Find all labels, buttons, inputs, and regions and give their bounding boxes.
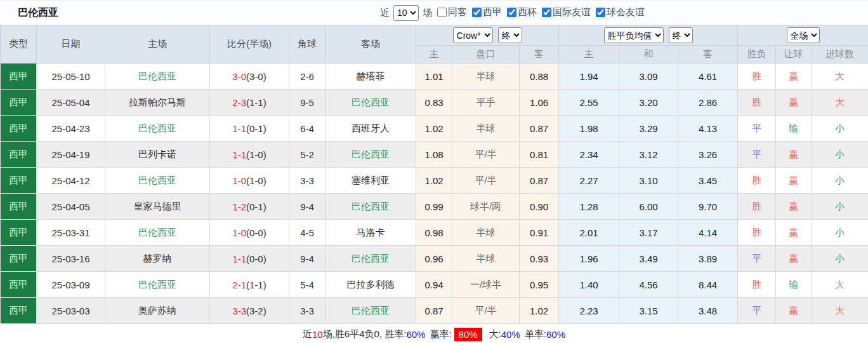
league-badge: 西甲 (1, 142, 37, 168)
outcome-cell: 平 (738, 298, 776, 324)
footer-win-rate: 60% (406, 329, 425, 340)
home-team-cell: 巴伦西亚 (105, 272, 210, 298)
match-history-table: 类型 日期 主场 比分(半场) 角球 客场 Crow* 终 (0, 25, 868, 324)
bookmaker-select[interactable]: Crow* (453, 27, 493, 43)
mean-draw-cell: 6.00 (619, 194, 678, 220)
goals-cell: 大 (812, 272, 868, 298)
odds-home-cell: 0.96 (416, 246, 452, 272)
date-cell: 25-03-16 (37, 246, 105, 272)
mean-home-cell: 1.94 (559, 64, 619, 90)
footer-single-rate: 60% (546, 329, 565, 340)
final-score: 2-1 (232, 279, 246, 290)
near-label: 近 (380, 7, 390, 19)
handicap-cell: 平/半 (452, 168, 520, 194)
odds-home-cell: 0.98 (416, 220, 452, 246)
home-team-cell: 巴伦西亚 (105, 64, 210, 90)
top-filter-bar: 巴伦西亚 近 10 场 同客西甲西杯国际友谊球会友谊 (0, 1, 868, 25)
subcol-mean-home: 主 (559, 46, 619, 64)
home-team-cell: 巴伦西亚 (105, 220, 210, 246)
asian-odds-group-header: Crow* 终 (416, 25, 559, 46)
league-badge: 西甲 (1, 298, 37, 324)
odds-home-cell: 0.94 (416, 272, 452, 298)
mean-draw-cell: 3.12 (619, 142, 678, 168)
table-row: 西甲25-04-23巴伦西亚1-1(0-1)6-4西班牙人1.02半球0.871… (1, 116, 868, 142)
final-score: 1-1 (232, 149, 246, 160)
final-score: 1-0 (232, 227, 246, 238)
goals-cell: 小 (812, 220, 868, 246)
mean-away-cell: 8.44 (678, 272, 738, 298)
score-cell: 1-2(0-1) (210, 194, 289, 220)
mean-home-cell: 2.55 (559, 90, 619, 116)
mean-odds-group-header: 胜平负均值 终 (559, 25, 738, 46)
date-cell: 25-05-04 (37, 90, 105, 116)
recent-count-select[interactable]: 10 (393, 5, 419, 21)
goals-cell: 大 (812, 90, 868, 116)
odds-home-cell: 1.02 (416, 116, 452, 142)
table-row: 西甲25-03-09巴伦西亚2-1(1-1)5-4巴拉多利德0.94一/球半0.… (1, 272, 868, 298)
odds-time-select[interactable]: 终 (498, 27, 522, 43)
let-result-cell: 赢 (776, 194, 812, 220)
filter-label: 西杯 (518, 6, 537, 18)
corners-cell: 5-4 (289, 272, 326, 298)
col-header-corners: 角球 (289, 25, 326, 64)
score-cell: 1-0(0-0) (210, 220, 289, 246)
odds-away-cell: 0.81 (520, 142, 559, 168)
away-team-cell: 巴拉多利德 (326, 272, 416, 298)
mean-draw-cell: 3.09 (619, 64, 678, 90)
mean-away-cell: 2.86 (678, 90, 738, 116)
odds-away-cell: 0.87 (520, 116, 559, 142)
filter-checkbox[interactable] (437, 8, 447, 17)
corners-cell: 5-2 (289, 142, 326, 168)
date-cell: 25-04-12 (37, 168, 105, 194)
date-cell: 25-04-19 (37, 142, 105, 168)
mean-away-cell: 3.48 (678, 298, 738, 324)
mean-home-cell: 2.34 (559, 142, 619, 168)
odds-away-cell: 0.95 (520, 272, 559, 298)
odds-away-cell: 0.88 (520, 64, 559, 90)
outcome-cell: 胜 (738, 194, 776, 220)
footer-yield-label: 赢率: (430, 328, 451, 340)
filter-controls: 近 10 场 同客西甲西杯国际友谊球会友谊 (380, 5, 645, 21)
odds-away-cell: 0.93 (520, 246, 559, 272)
odds-home-cell: 0.87 (416, 298, 452, 324)
date-cell: 25-04-05 (37, 194, 105, 220)
corners-cell: 6-4 (289, 116, 326, 142)
filter-label: 球会友谊 (607, 6, 645, 18)
mean-home-cell: 1.96 (559, 246, 619, 272)
league-badge: 西甲 (1, 194, 37, 220)
scope-select[interactable]: 全场 (787, 27, 820, 43)
handicap-cell: 平/半 (452, 298, 520, 324)
let-result-cell: 赢 (776, 64, 812, 90)
goals-cell: 小 (812, 246, 868, 272)
away-team-cell: 赫塔菲 (326, 64, 416, 90)
table-row: 西甲25-03-03奥萨苏纳3-3(3-2)3-3巴伦西亚0.87平/半1.02… (1, 298, 868, 324)
outcome-cell: 胜 (738, 90, 776, 116)
handicap-cell: 一/球半 (452, 272, 520, 298)
filter-checkbox[interactable] (596, 8, 605, 17)
mean-time-select[interactable]: 终 (669, 27, 693, 43)
footer-mid: 场,胜6平4负0, 胜率: (323, 328, 407, 340)
league-badge: 西甲 (1, 168, 37, 194)
mean-type-select[interactable]: 胜平负均值 (604, 27, 664, 43)
corners-cell: 4-5 (289, 220, 326, 246)
matches-label: 场 (423, 7, 432, 19)
outcome-cell: 胜 (738, 168, 776, 194)
mean-draw-cell: 3.20 (619, 90, 678, 116)
score-cell: 1-1(0-1) (210, 116, 289, 142)
odds-home-cell: 0.99 (416, 194, 452, 220)
subcol-odds-home: 主 (416, 46, 452, 64)
subcol-let-result: 让球 (776, 46, 812, 64)
table-row: 西甲25-05-04拉斯帕尔马斯2-3(1-1)9-5巴伦西亚0.83平手1.0… (1, 90, 868, 116)
away-team-cell: 巴伦西亚 (326, 246, 416, 272)
filter-checkbox[interactable] (507, 8, 516, 17)
col-header-home: 主场 (105, 25, 210, 64)
home-team-cell: 巴伦西亚 (105, 168, 210, 194)
mean-away-cell: 3.26 (678, 142, 738, 168)
score-cell: 1-1(0-0) (210, 246, 289, 272)
goals-cell: 大 (812, 298, 868, 324)
let-result-cell: 赢 (776, 298, 812, 324)
odds-home-cell: 0.83 (416, 90, 452, 116)
mean-away-cell: 4.13 (678, 116, 738, 142)
filter-checkbox[interactable] (542, 8, 551, 17)
filter-checkbox[interactable] (472, 8, 482, 17)
